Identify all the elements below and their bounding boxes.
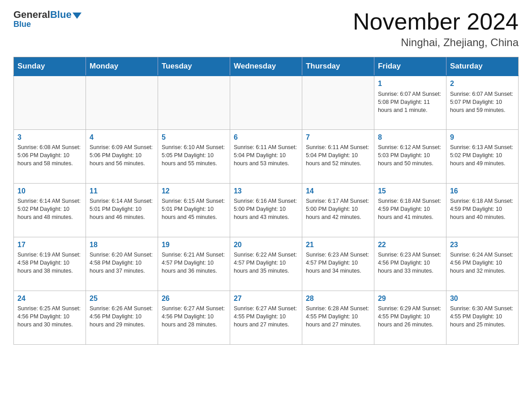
day-number: 5: [162, 133, 226, 142]
logo-general: General: [13, 9, 50, 21]
day-number: 12: [162, 186, 226, 196]
day-info: Sunrise: 6:29 AM Sunset: 4:55 PM Dayligh…: [378, 304, 442, 329]
day-number: 10: [17, 186, 82, 196]
calendar-header: SundayMondayTuesdayWednesdayThursdayFrid…: [14, 57, 519, 76]
day-info: Sunrise: 6:14 AM Sunset: 5:02 PM Dayligh…: [17, 197, 82, 221]
calendar-cell: 27Sunrise: 6:27 AM Sunset: 4:55 PM Dayli…: [230, 291, 302, 344]
weekday-header-saturday: Saturday: [446, 57, 518, 76]
calendar-cell: 12Sunrise: 6:15 AM Sunset: 5:01 PM Dayli…: [158, 183, 230, 237]
calendar-cell: 16Sunrise: 6:18 AM Sunset: 4:59 PM Dayli…: [446, 183, 518, 237]
day-info: Sunrise: 6:07 AM Sunset: 5:08 PM Dayligh…: [378, 90, 442, 114]
weekday-header-row: SundayMondayTuesdayWednesdayThursdayFrid…: [14, 57, 519, 76]
calendar-cell: 9Sunrise: 6:13 AM Sunset: 5:02 PM Daylig…: [446, 129, 518, 183]
day-number: 25: [90, 294, 154, 304]
calendar-cell: 14Sunrise: 6:17 AM Sunset: 5:00 PM Dayli…: [302, 183, 374, 237]
location-title: Ninghai, Zhejiang, China: [353, 36, 519, 49]
calendar-cell: [14, 76, 86, 129]
day-info: Sunrise: 6:23 AM Sunset: 4:56 PM Dayligh…: [378, 251, 442, 275]
calendar-cell: 8Sunrise: 6:12 AM Sunset: 5:03 PM Daylig…: [374, 129, 446, 183]
calendar-cell: 15Sunrise: 6:18 AM Sunset: 4:59 PM Dayli…: [374, 183, 446, 237]
day-number: 18: [90, 240, 154, 250]
day-info: Sunrise: 6:16 AM Sunset: 5:00 PM Dayligh…: [234, 197, 298, 221]
day-info: Sunrise: 6:10 AM Sunset: 5:05 PM Dayligh…: [162, 143, 226, 167]
title-block: November 2024 Ninghai, Zhejiang, China: [353, 9, 519, 49]
logo-underline: Blue: [13, 20, 31, 29]
day-number: 15: [378, 186, 442, 196]
day-number: 6: [234, 133, 298, 142]
day-number: 13: [234, 186, 298, 196]
weekday-header-sunday: Sunday: [14, 57, 86, 76]
day-info: Sunrise: 6:23 AM Sunset: 4:57 PM Dayligh…: [306, 251, 370, 275]
calendar-cell: 7Sunrise: 6:11 AM Sunset: 5:04 PM Daylig…: [302, 129, 374, 183]
calendar-cell: 19Sunrise: 6:21 AM Sunset: 4:57 PM Dayli…: [158, 237, 230, 291]
day-info: Sunrise: 6:08 AM Sunset: 5:06 PM Dayligh…: [17, 143, 82, 167]
day-number: 30: [450, 294, 515, 304]
calendar-cell: 21Sunrise: 6:23 AM Sunset: 4:57 PM Dayli…: [302, 237, 374, 291]
month-title: November 2024: [353, 9, 519, 34]
calendar-cell: 3Sunrise: 6:08 AM Sunset: 5:06 PM Daylig…: [14, 129, 86, 183]
day-info: Sunrise: 6:19 AM Sunset: 4:58 PM Dayligh…: [17, 251, 82, 275]
logo: GeneralBlue Blue: [13, 9, 82, 29]
calendar-cell: 26Sunrise: 6:27 AM Sunset: 4:56 PM Dayli…: [158, 291, 230, 344]
day-number: 29: [378, 294, 442, 304]
logo-text: GeneralBlue: [13, 9, 82, 21]
day-info: Sunrise: 6:18 AM Sunset: 4:59 PM Dayligh…: [450, 197, 515, 221]
day-number: 23: [450, 240, 515, 250]
weekday-header-tuesday: Tuesday: [158, 57, 230, 76]
day-info: Sunrise: 6:11 AM Sunset: 5:04 PM Dayligh…: [234, 143, 298, 167]
calendar-cell: 25Sunrise: 6:26 AM Sunset: 4:56 PM Dayli…: [86, 291, 158, 344]
calendar-cell: [302, 76, 374, 129]
calendar-week-row: 1Sunrise: 6:07 AM Sunset: 5:08 PM Daylig…: [14, 76, 519, 129]
day-number: 17: [17, 240, 82, 250]
day-number: 1: [378, 79, 442, 89]
calendar-week-row: 24Sunrise: 6:25 AM Sunset: 4:56 PM Dayli…: [14, 291, 519, 344]
day-number: 7: [306, 133, 370, 142]
day-number: 28: [306, 294, 370, 304]
calendar-cell: 20Sunrise: 6:22 AM Sunset: 4:57 PM Dayli…: [230, 237, 302, 291]
calendar-body: 1Sunrise: 6:07 AM Sunset: 5:08 PM Daylig…: [14, 76, 519, 344]
day-info: Sunrise: 6:27 AM Sunset: 4:56 PM Dayligh…: [162, 304, 226, 329]
day-info: Sunrise: 6:11 AM Sunset: 5:04 PM Dayligh…: [306, 143, 370, 167]
day-number: 11: [90, 186, 154, 196]
calendar-cell: 17Sunrise: 6:19 AM Sunset: 4:58 PM Dayli…: [14, 237, 86, 291]
calendar-cell: [86, 76, 158, 129]
day-info: Sunrise: 6:18 AM Sunset: 4:59 PM Dayligh…: [378, 197, 442, 221]
day-info: Sunrise: 6:21 AM Sunset: 4:57 PM Dayligh…: [162, 251, 226, 275]
day-info: Sunrise: 6:12 AM Sunset: 5:03 PM Dayligh…: [378, 143, 442, 167]
weekday-header-thursday: Thursday: [302, 57, 374, 76]
calendar-cell: 1Sunrise: 6:07 AM Sunset: 5:08 PM Daylig…: [374, 76, 446, 129]
day-info: Sunrise: 6:28 AM Sunset: 4:55 PM Dayligh…: [306, 304, 370, 329]
day-number: 20: [234, 240, 298, 250]
day-info: Sunrise: 6:13 AM Sunset: 5:02 PM Dayligh…: [450, 143, 515, 167]
day-info: Sunrise: 6:30 AM Sunset: 4:55 PM Dayligh…: [450, 304, 515, 329]
calendar-week-row: 17Sunrise: 6:19 AM Sunset: 4:58 PM Dayli…: [14, 237, 519, 291]
calendar-cell: 2Sunrise: 6:07 AM Sunset: 5:07 PM Daylig…: [446, 76, 518, 129]
day-info: Sunrise: 6:07 AM Sunset: 5:07 PM Dayligh…: [450, 90, 515, 114]
day-info: Sunrise: 6:25 AM Sunset: 4:56 PM Dayligh…: [17, 304, 82, 329]
page-header: GeneralBlue Blue November 2024 Ninghai, …: [13, 9, 519, 49]
calendar-cell: 13Sunrise: 6:16 AM Sunset: 5:00 PM Dayli…: [230, 183, 302, 237]
calendar-cell: 30Sunrise: 6:30 AM Sunset: 4:55 PM Dayli…: [446, 291, 518, 344]
day-number: 22: [378, 240, 442, 250]
weekday-header-monday: Monday: [86, 57, 158, 76]
day-number: 4: [90, 133, 154, 142]
day-info: Sunrise: 6:09 AM Sunset: 5:06 PM Dayligh…: [90, 143, 154, 167]
calendar-cell: 11Sunrise: 6:14 AM Sunset: 5:01 PM Dayli…: [86, 183, 158, 237]
weekday-header-wednesday: Wednesday: [230, 57, 302, 76]
day-number: 8: [378, 133, 442, 142]
day-number: 19: [162, 240, 226, 250]
day-number: 2: [450, 79, 515, 89]
day-number: 9: [450, 133, 515, 142]
calendar-cell: 29Sunrise: 6:29 AM Sunset: 4:55 PM Dayli…: [374, 291, 446, 344]
calendar-cell: 22Sunrise: 6:23 AM Sunset: 4:56 PM Dayli…: [374, 237, 446, 291]
logo-blue-text: Blue: [50, 9, 72, 21]
day-info: Sunrise: 6:27 AM Sunset: 4:55 PM Dayligh…: [234, 304, 298, 329]
day-info: Sunrise: 6:20 AM Sunset: 4:58 PM Dayligh…: [90, 251, 154, 275]
calendar-table: SundayMondayTuesdayWednesdayThursdayFrid…: [13, 57, 519, 345]
day-info: Sunrise: 6:22 AM Sunset: 4:57 PM Dayligh…: [234, 251, 298, 275]
day-info: Sunrise: 6:14 AM Sunset: 5:01 PM Dayligh…: [90, 197, 154, 221]
day-info: Sunrise: 6:24 AM Sunset: 4:56 PM Dayligh…: [450, 251, 515, 275]
day-number: 21: [306, 240, 370, 250]
calendar-cell: 10Sunrise: 6:14 AM Sunset: 5:02 PM Dayli…: [14, 183, 86, 237]
calendar-week-row: 10Sunrise: 6:14 AM Sunset: 5:02 PM Dayli…: [14, 183, 519, 237]
